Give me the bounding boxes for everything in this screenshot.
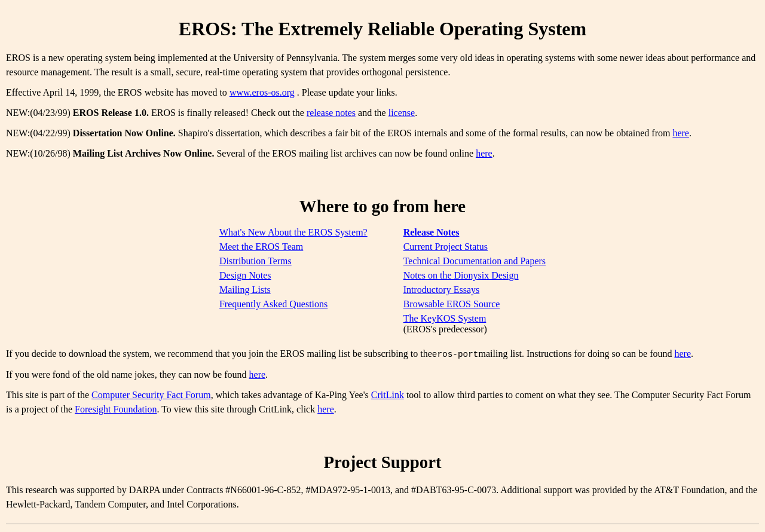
website-move-paragraph: Effective April 14, 1999, the EROS websi… [6, 85, 759, 100]
page-title: EROS: The Extremely Reliable Operating S… [6, 18, 759, 40]
project-support-title: Project Support [6, 452, 759, 472]
news-bold-2: Dissertation Now Online. [73, 128, 176, 138]
critlink-link[interactable]: CritLink [371, 390, 404, 400]
news-item-3: NEW:(10/26/98) Mailing List Archives Now… [6, 146, 759, 161]
mailing-list-paragraph: If you decide to download the system, we… [6, 347, 759, 362]
license-link[interactable]: license [388, 108, 415, 118]
news-date-1: NEW:(04/23/99) [6, 108, 73, 118]
keycos-link[interactable]: The KeyKOS System [403, 313, 546, 324]
news-bold-1: EROS Release 1.0. [73, 108, 149, 118]
project-support-text: This research was supported by DARPA und… [6, 483, 759, 512]
tech-docs-link[interactable]: Technical Documentation and Papers [403, 256, 546, 267]
dionysix-link[interactable]: Notes on the Dionysix Design [403, 270, 546, 281]
browsable-source-link[interactable]: Browsable EROS Source [403, 299, 546, 310]
release-notes-link[interactable]: release notes [307, 108, 356, 118]
csff-link[interactable]: Computer Security Fact Forum [91, 390, 211, 400]
news-bold-3: Mailing List Archives Now Online. [73, 148, 215, 158]
intro-paragraph: EROS is a new operating system being imp… [6, 51, 759, 80]
website-move-text-after: . Please update your links. [297, 87, 397, 97]
left-links-column: What's New About the EROS System? Meet t… [219, 227, 368, 335]
whats-new-link[interactable]: What's New About the EROS System? [219, 227, 368, 238]
eros-os-link[interactable]: www.eros-os.org [230, 87, 295, 97]
news-item-1: NEW:(04/23/99) EROS Release 1.0. EROS is… [6, 106, 759, 120]
mailing-archives-link[interactable]: here [476, 148, 492, 158]
eros-port-code: eros-port [432, 350, 479, 359]
where-to-go-title: Where to go from here [6, 197, 759, 216]
news-item-2: NEW:(04/22/99) Dissertation Now Online. … [6, 126, 759, 140]
footer-divider [6, 524, 759, 524]
copyright-paragraph: Copyright 1999 by Jonathan Shapiro. All … [6, 530, 759, 532]
critlink-paragraph: This site is part of the Computer Securi… [6, 388, 759, 417]
mailing-lists-link[interactable]: Mailing Lists [219, 285, 368, 295]
faq-link[interactable]: Frequently Asked Questions [219, 299, 368, 310]
mailing-instructions-link[interactable]: here [674, 348, 691, 359]
meet-team-link[interactable]: Meet the EROS Team [219, 241, 368, 252]
design-notes-link[interactable]: Design Notes [219, 270, 368, 281]
distribution-terms-link[interactable]: Distribution Terms [219, 256, 368, 267]
dissertation-link[interactable]: here [672, 128, 689, 138]
navigation-links: What's New About the EROS System? Meet t… [6, 227, 759, 335]
name-jokes-paragraph: If you were fond of the old name jokes, … [6, 368, 759, 382]
release-notes-nav-link[interactable]: Release Notes [403, 227, 546, 238]
foresight-link[interactable]: Foresight Foundation [75, 404, 157, 414]
introductory-essays-link[interactable]: Introductory Essays [403, 285, 546, 295]
critlink-view-link[interactable]: here [317, 404, 334, 414]
right-links-column: Release Notes Current Project Status Tec… [403, 227, 546, 335]
keycos-item: The KeyKOS System (EROS's predecessor) [403, 313, 546, 335]
news-date-2: NEW:(04/22/99) [6, 128, 73, 138]
news-date-3: NEW:(10/26/98) [6, 148, 73, 158]
name-jokes-link[interactable]: here [249, 369, 266, 380]
current-status-link[interactable]: Current Project Status [403, 241, 546, 252]
website-move-text-before: Effective April 14, 1999, the EROS websi… [6, 87, 227, 97]
